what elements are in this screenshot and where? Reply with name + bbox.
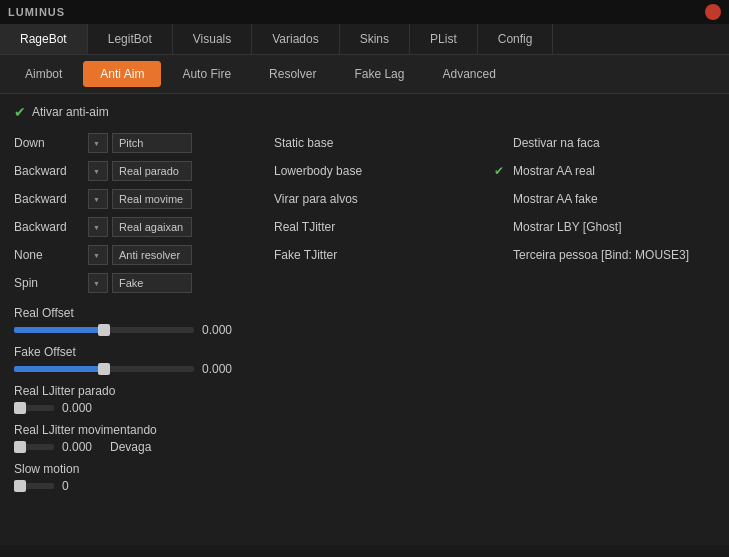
slider-real-offset-track[interactable] (14, 327, 194, 333)
devaga-label: Devaga (110, 440, 151, 454)
label-mostrar-lby: Mostrar LBY [Ghost] (513, 220, 622, 234)
row-static-base: Static base (274, 130, 494, 156)
slider-slow-motion-track[interactable] (14, 483, 54, 489)
slider-real-ljitter-movimentando: Real LJitter movimentando 0.000 Devaga (14, 423, 715, 454)
row-lowerbody-base: Lowerbody base (274, 158, 494, 184)
slider-fake-offset-track[interactable] (14, 366, 194, 372)
label-destivar-na-faca: Destivar na faca (513, 136, 600, 150)
close-button[interactable] (705, 4, 721, 20)
label-spin: Spin (14, 276, 84, 290)
slider-real-ljitter-parado-label: Real LJitter parado (14, 384, 715, 398)
slider-real-ljitter-movimentando-row: 0.000 Devaga (14, 440, 715, 454)
slider-real-offset-value: 0.000 (202, 323, 242, 337)
row-backward-real-parado: Backward Real parado (14, 158, 274, 184)
tab-ragebot[interactable]: RageBot (0, 24, 88, 54)
label-backward1: Backward (14, 164, 84, 178)
row-terceira-pessoa: Terceira pessoa [Bind: MOUSE3] (494, 242, 715, 268)
label-fake-tjitter: Fake TJitter (274, 248, 344, 262)
label-down: Down (14, 136, 84, 150)
slider-real-ljitter-parado-thumb[interactable] (14, 402, 26, 414)
row-down-pitch: Down Pitch (14, 130, 274, 156)
dropdown-backward2[interactable] (88, 189, 108, 209)
dropdown-none[interactable] (88, 245, 108, 265)
slider-real-offset: Real Offset 0.000 (14, 306, 715, 337)
slider-slow-motion-row: 0 (14, 479, 715, 493)
row-real-tjitter: Real TJitter (274, 214, 494, 240)
sliders-section: Real Offset 0.000 Fake Offset 0.000 (14, 306, 715, 493)
ativar-antiaim-label: Ativar anti-aim (32, 105, 109, 119)
row-destivar-na-faca: Destivar na faca (494, 130, 715, 156)
slider-real-ljitter-parado: Real LJitter parado 0.000 (14, 384, 715, 415)
slider-real-ljitter-parado-row: 0.000 (14, 401, 715, 415)
slider-fake-offset-value: 0.000 (202, 362, 242, 376)
row-none-anti-resolver: None Anti resolver (14, 242, 274, 268)
slider-real-offset-row: 0.000 (14, 323, 715, 337)
slider-real-ljitter-parado-track[interactable] (14, 405, 54, 411)
tab-visuals[interactable]: Visuals (173, 24, 252, 54)
tab-legitbot[interactable]: LegitBot (88, 24, 173, 54)
value-anti-resolver: Anti resolver (112, 245, 192, 265)
row-fake-tjitter: Fake TJitter (274, 242, 494, 268)
slider-real-ljitter-movimentando-thumb[interactable] (14, 441, 26, 453)
slider-fake-offset-thumb[interactable] (98, 363, 110, 375)
label-mostrar-aa-real: Mostrar AA real (513, 164, 595, 178)
tab-plist[interactable]: PList (410, 24, 478, 54)
row-spin-fake: Spin Fake (14, 270, 274, 296)
dropdown-backward1[interactable] (88, 161, 108, 181)
label-backward2: Backward (14, 192, 84, 206)
row-mostrar-aa-fake: Mostrar AA fake (494, 186, 715, 212)
label-none: None (14, 248, 84, 262)
value-real-parado: Real parado (112, 161, 192, 181)
row-mostrar-lby: Mostrar LBY [Ghost] (494, 214, 715, 240)
slider-real-offset-label: Real Offset (14, 306, 715, 320)
label-lowerbody-base: Lowerbody base (274, 164, 362, 178)
slider-fake-offset-row: 0.000 (14, 362, 715, 376)
slider-slow-motion: Slow motion 0 (14, 462, 715, 493)
options-grid: Down Pitch Backward Real parado Backward… (14, 130, 715, 296)
value-real-movime: Real movime (112, 189, 192, 209)
subtab-resolver[interactable]: Resolver (252, 61, 333, 87)
value-fake: Fake (112, 273, 192, 293)
app-title: LUMINUS (8, 6, 65, 18)
value-pitch: Pitch (112, 133, 192, 153)
check-mostrar-aa-real[interactable]: ✔ (494, 164, 508, 178)
slider-slow-motion-label: Slow motion (14, 462, 715, 476)
title-bar: LUMINUS (0, 0, 729, 24)
row-backward-real-agaixan: Backward Real agaixan (14, 214, 274, 240)
row-backward-real-movime: Backward Real movime (14, 186, 274, 212)
tab-skins[interactable]: Skins (340, 24, 410, 54)
subtab-fake-lag[interactable]: Fake Lag (337, 61, 421, 87)
sub-nav: Aimbot Anti Aim Auto Fire Resolver Fake … (0, 55, 729, 94)
row-mostrar-aa-real: ✔ Mostrar AA real (494, 158, 715, 184)
slider-fake-offset-fill (14, 366, 104, 372)
value-real-agaixan: Real agaixan (112, 217, 192, 237)
tab-config[interactable]: Config (478, 24, 554, 54)
slider-fake-offset: Fake Offset 0.000 (14, 345, 715, 376)
content-area: ✔ Ativar anti-aim Down Pitch Backward Re… (0, 94, 729, 545)
dropdown-down[interactable] (88, 133, 108, 153)
label-static-base: Static base (274, 136, 344, 150)
slider-fake-offset-label: Fake Offset (14, 345, 715, 359)
row-virar-para-alvos: Virar para alvos (274, 186, 494, 212)
subtab-advanced[interactable]: Advanced (425, 61, 512, 87)
slider-real-offset-fill (14, 327, 104, 333)
slider-real-offset-thumb[interactable] (98, 324, 110, 336)
label-terceira-pessoa: Terceira pessoa [Bind: MOUSE3] (513, 248, 689, 262)
slider-real-ljitter-parado-value: 0.000 (62, 401, 102, 415)
subtab-aimbot[interactable]: Aimbot (8, 61, 79, 87)
slider-real-ljitter-movimentando-value: 0.000 (62, 440, 102, 454)
ativar-antiaim-check[interactable]: ✔ (14, 104, 26, 120)
label-virar-para-alvos: Virar para alvos (274, 192, 358, 206)
ativar-antiaim-row: ✔ Ativar anti-aim (14, 104, 715, 120)
slider-slow-motion-thumb[interactable] (14, 480, 26, 492)
col3: Destivar na faca ✔ Mostrar AA real Mostr… (494, 130, 715, 296)
slider-real-ljitter-movimentando-label: Real LJitter movimentando (14, 423, 715, 437)
tab-variados[interactable]: Variados (252, 24, 339, 54)
dropdown-spin[interactable] (88, 273, 108, 293)
col1: Down Pitch Backward Real parado Backward… (14, 130, 274, 296)
label-backward3: Backward (14, 220, 84, 234)
slider-real-ljitter-movimentando-track[interactable] (14, 444, 54, 450)
subtab-anti-aim[interactable]: Anti Aim (83, 61, 161, 87)
subtab-auto-fire[interactable]: Auto Fire (165, 61, 248, 87)
dropdown-backward3[interactable] (88, 217, 108, 237)
